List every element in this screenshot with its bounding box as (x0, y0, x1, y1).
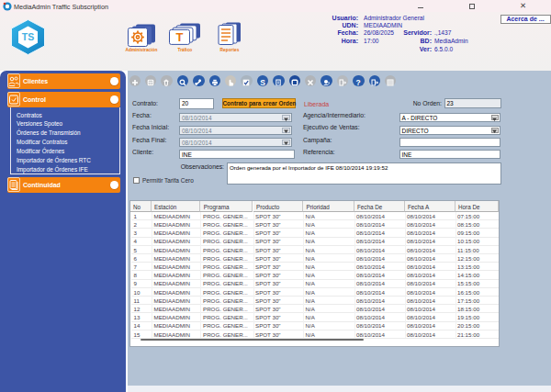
svg-text:?: ? (355, 78, 360, 87)
svg-text:S: S (260, 78, 265, 87)
svg-text:TS: TS (22, 31, 34, 42)
svg-text:T: T (176, 30, 184, 44)
